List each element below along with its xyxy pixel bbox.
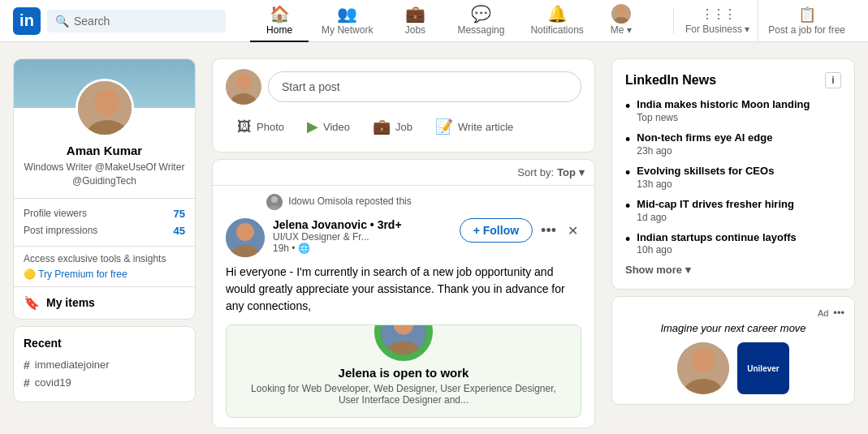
search-icon: 🔍 <box>55 15 69 28</box>
recent-item-0[interactable]: # immediatejoiner <box>24 356 185 374</box>
ad-headline: Imagine your next career move <box>622 322 844 334</box>
center-feed: Start a post 🖼 Photo ▶ Video 💼 Job 📝 <box>212 58 595 428</box>
profile-stats: Profile viewers 75 Post impressions 45 <box>14 198 195 246</box>
news-content-0: India makes historic Moon landing Top ne… <box>637 98 810 123</box>
for-business-icon: ⋮⋮⋮ <box>701 6 735 22</box>
job-icon: 💼 <box>373 118 391 135</box>
nav-network[interactable]: 👥 My Network <box>309 0 386 42</box>
profile-name[interactable]: Aman Kumar <box>24 144 185 157</box>
profile-card: Aman Kumar Windows Writer @MakeUseOf Wri… <box>13 58 196 320</box>
ad-user-avatar <box>677 342 729 394</box>
post-author-time: 19h • 🌐 <box>273 243 402 254</box>
news-item-3[interactable]: • Mid-cap IT drives fresher hiring 1d ag… <box>625 198 841 223</box>
article-action-button[interactable]: 📝 Write article <box>424 111 525 142</box>
news-headline-4: Indian startups continue layoffs <box>637 231 796 245</box>
navbar: in 🔍 Search 🏠 Home 👥 My Network 💼 Jobs 💬… <box>0 0 868 42</box>
my-items-label: My items <box>46 296 95 309</box>
news-item-1[interactable]: • Non-tech firms eye AI edge 23h ago <box>625 131 841 157</box>
post-close-button[interactable]: ✕ <box>564 220 581 242</box>
svg-point-12 <box>236 223 254 241</box>
news-meta-2: 13h ago <box>637 178 774 190</box>
news-item-0[interactable]: • India makes historic Moon landing Top … <box>625 98 841 123</box>
news-list: • India makes historic Moon landing Top … <box>625 98 841 256</box>
repost-avatar <box>266 194 283 210</box>
show-more-button[interactable]: Show more ▾ <box>625 264 691 276</box>
post-body: Hi everyone - I'm currently in search of… <box>213 257 594 324</box>
search-bar[interactable]: 🔍 Search <box>47 10 226 32</box>
recent-tag-0: immediatejoiner <box>35 359 110 371</box>
nav-jobs[interactable]: 💼 Jobs <box>386 0 444 42</box>
article-icon: 📝 <box>435 118 453 135</box>
news-content-4: Indian startups continue layoffs 10h ago <box>637 231 796 256</box>
user-avatar-small <box>226 69 261 105</box>
sort-label: Sort by: <box>517 166 554 178</box>
post-header-actions: + Follow ••• ✕ <box>460 218 581 243</box>
right-sidebar: LinkedIn News i • India makes historic M… <box>611 58 855 405</box>
linkedin-logo[interactable]: in <box>13 7 41 35</box>
post-author-name[interactable]: Jelena Jovanovic • 3rd+ <box>273 218 402 231</box>
svg-point-0 <box>617 6 625 15</box>
search-placeholder: Search <box>74 15 110 28</box>
sort-top-button[interactable]: Top ▾ <box>557 166 585 178</box>
post-job-icon: 📋 <box>798 6 816 24</box>
ad-brand-logo: Unilever <box>737 342 789 394</box>
avatar[interactable] <box>76 79 134 137</box>
post-author-avatar[interactable] <box>226 218 265 257</box>
svg-point-18 <box>692 349 715 372</box>
post-impressions-row[interactable]: Post impressions 45 <box>24 222 185 239</box>
my-items-section[interactable]: 🔖 My items <box>14 286 195 319</box>
left-sidebar: Aman Kumar Windows Writer @MakeUseOf Wri… <box>13 58 196 402</box>
post-card: Sort by: Top ▾ Idowu Omisola reposted th… <box>212 159 595 428</box>
profile-viewers-row[interactable]: Profile viewers 75 <box>24 205 185 222</box>
post-more-button[interactable]: ••• <box>538 219 559 243</box>
news-bullet-0: • <box>625 98 630 123</box>
nav-notifications[interactable]: 🔔 Notifications <box>517 0 596 42</box>
open-to-work-desc: Looking for Web Developer, Web Designer,… <box>240 383 568 406</box>
post-user-details: Jelena Jovanovic • 3rd+ UI/UX Designer &… <box>273 218 402 254</box>
post-action-buttons: 🖼 Photo ▶ Video 💼 Job 📝 Write article <box>226 111 581 142</box>
bookmark-icon: 🔖 <box>24 295 40 311</box>
job-action-button[interactable]: 💼 Job <box>361 111 424 142</box>
profile-description: Windows Writer @MakeUseOf Writer @Guidin… <box>24 161 185 188</box>
photo-icon: 🖼 <box>237 118 252 135</box>
start-post-card: Start a post 🖼 Photo ▶ Video 💼 Job 📝 <box>212 58 595 153</box>
recent-tag-1: covid19 <box>35 376 71 389</box>
news-headline-2: Evolving skillsets for CEOs <box>637 165 774 178</box>
news-info-button[interactable]: i <box>825 72 841 88</box>
network-icon: 👥 <box>337 4 357 24</box>
post-impressions-label: Post impressions <box>24 225 97 236</box>
ad-logos: Unilever <box>622 342 844 394</box>
photo-action-button[interactable]: 🖼 Photo <box>226 111 296 142</box>
ad-card: Ad ••• Imagine your next career move Uni… <box>611 296 855 405</box>
nav-home[interactable]: 🏠 Home <box>250 0 309 42</box>
video-icon: ▶ <box>307 118 318 135</box>
ad-more-button[interactable]: ••• <box>833 307 844 319</box>
recent-title: Recent <box>24 337 185 350</box>
post-impressions-value: 45 <box>174 225 185 237</box>
news-item-4[interactable]: • Indian startups continue layoffs 10h a… <box>625 231 841 256</box>
news-header: LinkedIn News i <box>625 72 841 88</box>
post-author-title: UI/UX Designer & Fr... <box>273 231 402 243</box>
news-headline-0: India makes historic Moon landing <box>637 98 810 112</box>
recent-card: Recent # immediatejoiner # covid19 <box>13 326 196 402</box>
video-action-button[interactable]: ▶ Video <box>296 111 361 142</box>
start-post-input[interactable]: Start a post <box>268 71 581 102</box>
nav-me[interactable]: Me ▾ <box>597 0 646 42</box>
for-business-button[interactable]: ⋮⋮⋮ For Business ▾ <box>677 0 758 42</box>
repost-label: Idowu Omisola reposted this <box>213 186 594 210</box>
post-job-button[interactable]: 📋 Post a job for free <box>758 0 855 42</box>
profile-body: Aman Kumar Windows Writer @MakeUseOf Wri… <box>14 108 195 198</box>
premium-icon: 🟡 <box>24 269 38 280</box>
svg-point-9 <box>271 196 278 203</box>
news-content-1: Non-tech firms eye AI edge 23h ago <box>637 131 772 157</box>
profile-viewers-label: Profile viewers <box>24 208 87 219</box>
nav-center: 🏠 Home 👥 My Network 💼 Jobs 💬 Messaging 🔔… <box>226 0 670 42</box>
recent-item-1[interactable]: # covid19 <box>24 374 185 392</box>
post-header: Jelena Jovanovic • 3rd+ UI/UX Designer &… <box>213 210 594 257</box>
sort-bar: Sort by: Top ▾ <box>213 160 594 186</box>
jobs-icon: 💼 <box>405 4 425 24</box>
nav-messaging[interactable]: 💬 Messaging <box>444 0 517 42</box>
premium-link[interactable]: 🟡 Try Premium for free <box>24 269 127 280</box>
news-item-2[interactable]: • Evolving skillsets for CEOs 13h ago <box>625 165 841 190</box>
follow-button[interactable]: + Follow <box>460 218 533 243</box>
